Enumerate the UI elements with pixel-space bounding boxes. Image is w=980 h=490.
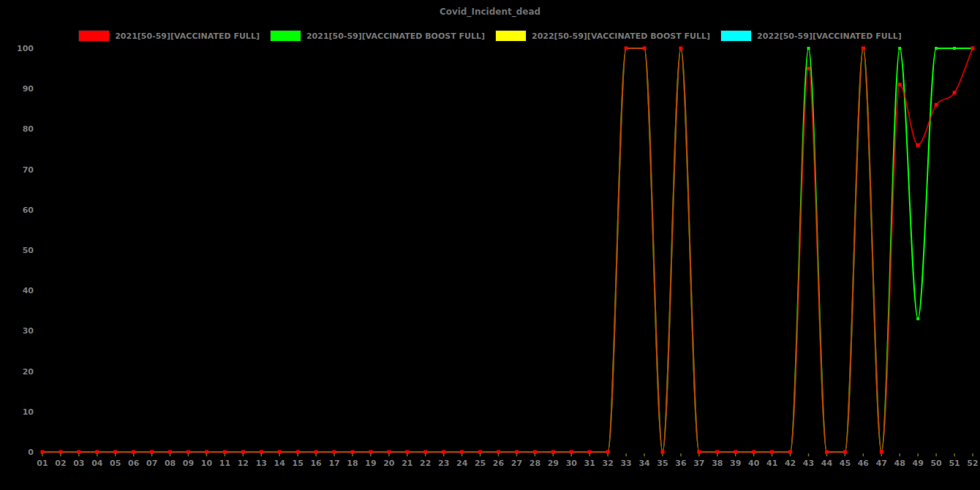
data-point-marker-red[interactable] — [296, 451, 300, 454]
x-axis-label: 46 — [858, 459, 870, 468]
data-point-marker-red[interactable] — [113, 451, 117, 454]
data-point-marker-red[interactable] — [588, 451, 592, 454]
data-point-marker-red[interactable] — [387, 451, 391, 454]
data-point-marker-red[interactable] — [551, 451, 555, 454]
x-axis-label: 44 — [821, 459, 833, 468]
data-point-marker-red[interactable] — [515, 451, 519, 454]
x-axis-label: 14 — [274, 459, 286, 468]
x-axis-label: 16 — [310, 459, 322, 468]
data-point-marker-red[interactable] — [132, 451, 135, 454]
data-point-marker-red[interactable] — [807, 67, 810, 70]
data-point-marker-green[interactable] — [953, 47, 956, 50]
data-point-marker-green[interactable] — [935, 47, 938, 50]
data-point-marker-red[interactable] — [168, 451, 172, 454]
x-axis-label: 11 — [219, 459, 230, 468]
data-point-marker-red[interactable] — [260, 451, 263, 454]
data-point-marker-red[interactable] — [497, 451, 500, 454]
data-point-marker-red[interactable] — [862, 47, 865, 50]
data-point-marker-red[interactable] — [351, 451, 355, 454]
data-point-marker-red[interactable] — [150, 451, 154, 454]
x-axis-label: 04 — [91, 459, 103, 468]
data-point-marker-red[interactable] — [442, 451, 445, 454]
data-point-marker-red[interactable] — [278, 451, 282, 454]
x-axis-label: 47 — [876, 459, 887, 468]
data-point-marker-red[interactable] — [423, 451, 427, 454]
data-point-marker-red[interactable] — [661, 451, 665, 454]
data-point-marker-red[interactable] — [898, 83, 902, 86]
data-point-marker-red[interactable] — [734, 451, 737, 454]
series-line-2021-vaccinated-full[interactable] — [42, 48, 973, 452]
data-point-marker-red[interactable] — [41, 451, 45, 454]
y-axis-label: 80 — [23, 124, 34, 134]
x-axis-label: 08 — [165, 459, 176, 468]
x-axis-label: 28 — [529, 459, 540, 468]
x-axis-label: 50 — [930, 459, 942, 468]
data-point-marker-red[interactable] — [405, 451, 409, 454]
x-axis-label: 09 — [183, 459, 194, 468]
x-axis-label: 52 — [967, 459, 978, 468]
y-axis-label: 70 — [23, 165, 34, 175]
y-axis-label: 90 — [23, 84, 34, 94]
series-line-2021-vaccinated-boost-full[interactable] — [42, 48, 973, 452]
data-point-marker-red[interactable] — [916, 143, 920, 147]
x-axis-label: 31 — [584, 459, 595, 468]
data-point-marker-green[interactable] — [916, 317, 919, 320]
data-point-marker-red[interactable] — [369, 451, 372, 454]
x-axis-label: 33 — [620, 459, 631, 468]
x-axis-label: 22 — [420, 459, 431, 468]
x-axis-label: 17 — [328, 459, 339, 468]
data-point-marker-red[interactable] — [241, 451, 245, 454]
x-axis-label: 30 — [566, 459, 578, 468]
data-point-marker-red[interactable] — [770, 451, 774, 454]
data-point-marker-red[interactable] — [95, 451, 99, 454]
x-axis-label: 41 — [766, 459, 777, 468]
x-axis-label: 49 — [913, 459, 924, 468]
x-axis-label: 25 — [475, 459, 486, 468]
data-point-marker-red[interactable] — [223, 451, 227, 454]
x-axis-label: 29 — [548, 459, 559, 468]
x-axis-label: 23 — [438, 459, 449, 468]
y-axis-label: 10 — [23, 407, 34, 417]
data-point-marker-red[interactable] — [843, 451, 847, 454]
data-point-marker-red[interactable] — [478, 451, 482, 454]
data-point-marker-red[interactable] — [606, 451, 610, 454]
y-axis-label: 20 — [23, 367, 34, 377]
x-axis-label: 18 — [347, 459, 358, 468]
data-point-marker-green[interactable] — [807, 47, 810, 50]
y-axis-label: 100 — [17, 44, 34, 53]
data-point-marker-red[interactable] — [59, 451, 62, 454]
x-axis-label: 45 — [840, 459, 851, 468]
x-axis-label: 05 — [110, 459, 121, 468]
x-axis-label: 19 — [365, 459, 376, 468]
x-axis-label: 27 — [511, 459, 522, 468]
data-point-marker-red[interactable] — [697, 451, 701, 454]
x-axis-label: 39 — [730, 459, 741, 468]
data-point-marker-red[interactable] — [679, 47, 682, 50]
data-point-marker-red[interactable] — [752, 451, 755, 454]
x-axis-label: 01 — [37, 459, 48, 468]
data-point-marker-red[interactable] — [314, 451, 318, 454]
data-point-marker-green[interactable] — [898, 47, 901, 50]
data-point-marker-red[interactable] — [715, 451, 719, 454]
data-point-marker-red[interactable] — [880, 451, 883, 454]
data-point-marker-red[interactable] — [77, 451, 80, 454]
data-point-marker-red[interactable] — [935, 103, 938, 107]
x-axis-label: 26 — [493, 459, 505, 468]
x-axis-label: 07 — [146, 459, 157, 468]
data-point-marker-red[interactable] — [333, 451, 336, 454]
x-axis-label: 15 — [293, 459, 304, 468]
data-point-marker-red[interactable] — [533, 451, 537, 454]
data-point-marker-red[interactable] — [643, 47, 647, 50]
data-point-marker-red[interactable] — [788, 451, 792, 454]
data-point-marker-red[interactable] — [460, 451, 464, 454]
data-point-marker-red[interactable] — [971, 47, 975, 50]
y-axis-label: 30 — [23, 326, 34, 336]
x-axis-label: 48 — [894, 459, 905, 468]
data-point-marker-red[interactable] — [570, 451, 573, 454]
x-axis-label: 43 — [803, 459, 814, 468]
data-point-marker-red[interactable] — [953, 91, 957, 94]
data-point-marker-red[interactable] — [825, 451, 829, 454]
data-point-marker-red[interactable] — [625, 47, 628, 50]
data-point-marker-red[interactable] — [205, 451, 208, 454]
data-point-marker-red[interactable] — [186, 451, 190, 454]
